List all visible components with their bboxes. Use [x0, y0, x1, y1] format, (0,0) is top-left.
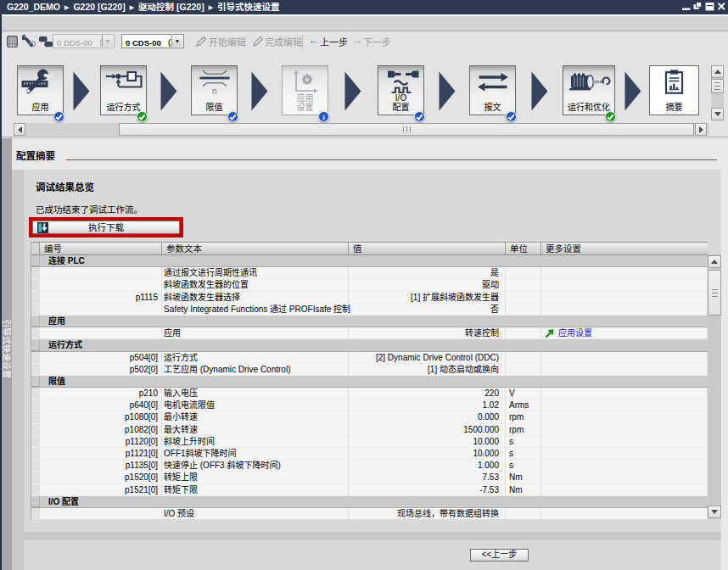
svg-text:n: n	[212, 87, 217, 96]
